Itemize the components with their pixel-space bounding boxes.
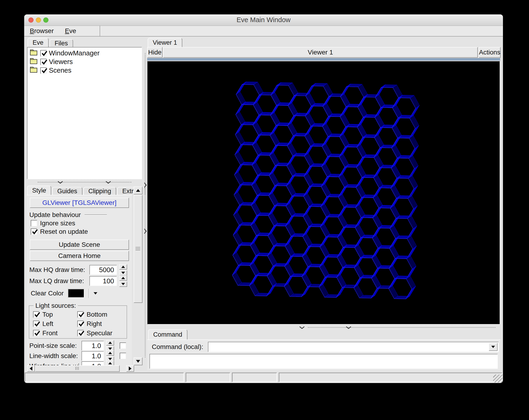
checkbox[interactable]: [77, 321, 84, 327]
scroll-up-button[interactable]: [134, 186, 143, 194]
tree-item-windowmanager[interactable]: WindowManager: [27, 49, 142, 57]
minimize-window-button[interactable]: [36, 17, 41, 23]
light-sources-group: Light sources: TopBottomLeftRightFrontSp…: [29, 302, 127, 339]
check-icon: [41, 50, 48, 57]
light-right[interactable]: Right: [77, 320, 127, 328]
menu-browser[interactable]: Browser: [30, 27, 54, 35]
spinner-buttons[interactable]: [106, 340, 114, 352]
draw-time-field[interactable]: 100: [89, 276, 117, 286]
command-input[interactable]: [208, 342, 499, 352]
command-output-area[interactable]: [149, 354, 498, 369]
scroll-down-button[interactable]: [134, 357, 143, 365]
tab-command[interactable]: Command: [148, 329, 187, 340]
tree-item-viewers[interactable]: Viewers: [27, 57, 142, 66]
folder-icon: [30, 57, 38, 65]
gl-viewport[interactable]: [147, 61, 500, 325]
hscroll-thumb[interactable]: [35, 365, 120, 372]
tree-style-splitter[interactable]: [27, 180, 142, 184]
viewer-pane: Viewer 1 Hide Viewer 1 Actions Command C…: [147, 37, 501, 371]
hide-label: Hide: [148, 49, 162, 56]
checkbox-row-ignore-sizes[interactable]: Ignore sizes: [26, 219, 129, 227]
command-dropdown-button[interactable]: [489, 343, 498, 351]
checkbox[interactable]: [31, 228, 37, 235]
check-icon: [78, 320, 85, 327]
draw-time-field[interactable]: 5000: [89, 265, 117, 275]
check-icon: [41, 67, 48, 74]
tab-style[interactable]: Style: [27, 185, 51, 195]
checkbox[interactable]: [33, 321, 40, 327]
scroll-left-button[interactable]: [27, 365, 35, 372]
checkbox[interactable]: [33, 311, 40, 318]
folder-icon: [30, 49, 38, 57]
tab-files[interactable]: Files: [50, 39, 73, 47]
tab-eve[interactable]: Eve: [27, 38, 49, 47]
viewer-title-bar[interactable]: Viewer 1: [163, 47, 478, 58]
tree-item-checkbox[interactable]: [40, 59, 47, 65]
checkbox-label: Bottom: [87, 311, 107, 318]
light-front[interactable]: Front: [33, 329, 77, 337]
style-vscrollbar[interactable]: [133, 186, 142, 365]
resize-grip[interactable]: [493, 375, 503, 382]
title-bar[interactable]: Eve Main Window: [24, 14, 503, 26]
update-behaviour-label: Update behaviour: [29, 211, 81, 219]
viewer-command-splitter[interactable]: [147, 326, 500, 329]
spinner-buttons[interactable]: [119, 264, 127, 276]
checkbox-row-reset-on-update[interactable]: Reset on update: [26, 227, 129, 236]
spin-down-button[interactable]: [119, 270, 127, 276]
chevron-down-icon: [345, 326, 352, 329]
check-icon: [34, 320, 41, 327]
light-left[interactable]: Left: [33, 320, 77, 328]
zoom-window-button[interactable]: [43, 17, 48, 23]
spin-down-button[interactable]: [119, 281, 127, 287]
close-window-button[interactable]: [28, 17, 34, 23]
checkbox[interactable]: [31, 220, 37, 226]
clear-color-dropdown-icon[interactable]: [93, 292, 97, 294]
viewer-title: Viewer 1: [308, 49, 333, 56]
arrow-up-icon: [108, 352, 112, 354]
checkbox[interactable]: [77, 311, 84, 318]
checkbox[interactable]: [77, 330, 84, 336]
spinner-buttons[interactable]: [119, 276, 127, 287]
tree-item-scenes[interactable]: Scenes: [27, 66, 142, 75]
scale-field[interactable]: 1.0: [81, 341, 104, 351]
glviewer-object-button[interactable]: GLViewer [TGLSAViewer]: [30, 198, 129, 208]
viewer-accent-strip: [147, 58, 500, 61]
honeycomb-wireframe: [148, 62, 500, 324]
arrow-down-icon: [121, 272, 125, 274]
tree-item-checkbox[interactable]: [40, 50, 47, 57]
status-segment: [232, 372, 277, 382]
tree-item-label: Scenes: [49, 66, 71, 74]
spin-up-button[interactable]: [106, 350, 114, 356]
spinner-buttons[interactable]: [106, 350, 114, 362]
scroll-right-button[interactable]: [126, 365, 134, 372]
tab-guides[interactable]: Guides: [52, 187, 82, 195]
spin-up-button[interactable]: [119, 276, 127, 281]
checkbox-label: Reset on update: [40, 228, 88, 235]
spin-up-button[interactable]: [106, 340, 114, 345]
scale-apply-checkbox[interactable]: [120, 353, 126, 359]
chevron-down-icon: [299, 326, 305, 329]
hide-button[interactable]: Hide: [147, 47, 162, 58]
tree-item-checkbox[interactable]: [40, 67, 47, 74]
scale-apply-checkbox[interactable]: [120, 342, 126, 349]
camera-home-button[interactable]: Camera Home: [30, 251, 129, 261]
actions-button[interactable]: Actions: [479, 47, 501, 58]
window-title: Eve Main Window: [24, 14, 503, 25]
spin-up-button[interactable]: [119, 264, 127, 270]
tab-clipping[interactable]: Clipping: [83, 187, 116, 195]
light-bottom[interactable]: Bottom: [77, 311, 127, 318]
menu-group: BrowserEve: [24, 26, 100, 36]
light-specular[interactable]: Specular: [77, 329, 127, 337]
scale-field[interactable]: 1.0: [81, 351, 104, 361]
clear-color-swatch[interactable]: [68, 289, 84, 298]
style-hscrollbar[interactable]: [27, 365, 133, 371]
update-behaviour-group: Ignore sizesReset on update: [26, 219, 129, 236]
checkbox[interactable]: [33, 330, 40, 336]
check-icon: [41, 58, 48, 66]
update-scene-button[interactable]: Update Scene: [30, 240, 129, 250]
dock-viewer-splitter[interactable]: [144, 37, 147, 371]
light-top[interactable]: Top: [33, 311, 77, 318]
menu-eve[interactable]: Eve: [65, 27, 76, 35]
tab-viewer-1[interactable]: Viewer 1: [148, 38, 182, 47]
vscroll-thumb[interactable]: [134, 195, 143, 303]
